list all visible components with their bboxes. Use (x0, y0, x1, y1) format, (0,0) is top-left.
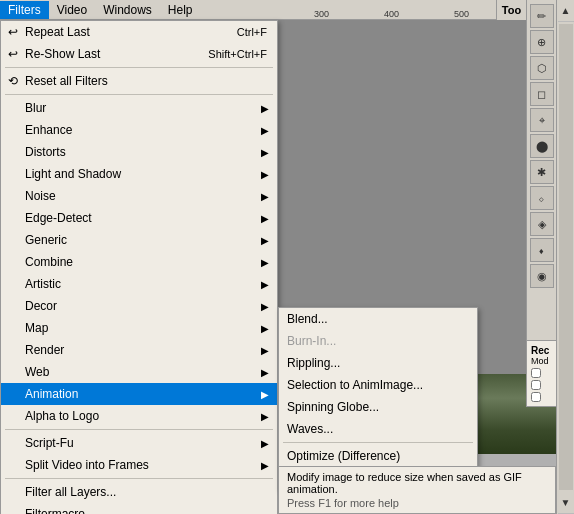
tool-panel-label: Too (496, 0, 526, 20)
distorts-arrow: ▶ (261, 147, 271, 158)
separator-2 (5, 94, 273, 95)
artistic-arrow: ▶ (261, 279, 271, 290)
info-bar: Modify image to reduce size when saved a… (278, 466, 556, 514)
menu-windows[interactable]: Windows (95, 1, 160, 19)
info-help: Press F1 for more help (287, 497, 547, 509)
menu-item-alpha-logo[interactable]: Alpha to Logo ▶ (1, 405, 277, 427)
animation-arrow: ▶ (261, 389, 271, 400)
separator-1 (5, 67, 273, 68)
checkbox-3[interactable] (531, 392, 541, 402)
menu-item-noise[interactable]: Noise ▶ (1, 185, 277, 207)
noise-arrow: ▶ (261, 191, 271, 202)
decor-arrow: ▶ (261, 301, 271, 312)
script-fu-arrow: ▶ (261, 438, 271, 449)
tool-btn-1[interactable]: ✏ (530, 4, 554, 28)
menu-item-web[interactable]: Web ▶ (1, 361, 277, 383)
blur-arrow: ▶ (261, 103, 271, 114)
menu-item-enhance[interactable]: Enhance ▶ (1, 119, 277, 141)
menu-item-filtermacro[interactable]: Filtermacro... (1, 503, 277, 514)
tool-btn-8[interactable]: ⬦ (530, 186, 554, 210)
menu-filters[interactable]: Filters (0, 1, 49, 19)
repeat-icon: ↩ (5, 24, 21, 40)
tool-btn-2[interactable]: ⊕ (530, 30, 554, 54)
menu-video[interactable]: Video (49, 1, 95, 19)
tool-btn-10[interactable]: ⬧ (530, 238, 554, 262)
checkbox-2[interactable] (531, 380, 541, 390)
filters-menu: ↩ Repeat Last Ctrl+F ↩ Re-Show Last Shif… (0, 20, 278, 514)
menu-item-generic[interactable]: Generic ▶ (1, 229, 277, 251)
tool-btn-11[interactable]: ◉ (530, 264, 554, 288)
menu-item-script-fu[interactable]: Script-Fu ▶ (1, 432, 277, 454)
edge-detect-arrow: ▶ (261, 213, 271, 224)
submenu-burn-in[interactable]: Burn-In... (279, 330, 477, 352)
tool-btn-4[interactable]: ◻ (530, 82, 554, 106)
menu-item-split-video[interactable]: Split Video into Frames ▶ (1, 454, 277, 476)
submenu-optimize-difference[interactable]: Optimize (Difference) (279, 445, 477, 467)
split-video-arrow: ▶ (261, 460, 271, 471)
info-description: Modify image to reduce size when saved a… (287, 471, 547, 495)
submenu-blend[interactable]: Blend... (279, 308, 477, 330)
submenu-separator (283, 442, 473, 443)
light-shadow-arrow: ▶ (261, 169, 271, 180)
menu-item-filter-layers[interactable]: Filter all Layers... (1, 481, 277, 503)
menu-item-artistic[interactable]: Artistic ▶ (1, 273, 277, 295)
enhance-arrow: ▶ (261, 125, 271, 136)
menu-item-render[interactable]: Render ▶ (1, 339, 277, 361)
render-arrow: ▶ (261, 345, 271, 356)
separator-3 (5, 429, 273, 430)
menu-item-blur[interactable]: Blur ▶ (1, 97, 277, 119)
submenu-waves[interactable]: Waves... (279, 418, 477, 440)
submenu-spinning-globe[interactable]: Spinning Globe... (279, 396, 477, 418)
menu-item-edge-detect[interactable]: Edge-Detect ▶ (1, 207, 277, 229)
tool-btn-7[interactable]: ✱ (530, 160, 554, 184)
ruler-mark-300: 300 (314, 9, 329, 19)
web-arrow: ▶ (261, 367, 271, 378)
ruler-mark-400: 400 (384, 9, 399, 19)
scroll-up[interactable]: ▲ (558, 0, 574, 22)
tool-btn-3[interactable]: ⬡ (530, 56, 554, 80)
reshow-icon: ↩ (5, 46, 21, 62)
menu-item-map[interactable]: Map ▶ (1, 317, 277, 339)
generic-arrow: ▶ (261, 235, 271, 246)
menu-help[interactable]: Help (160, 1, 201, 19)
menu-item-decor[interactable]: Decor ▶ (1, 295, 277, 317)
tool-btn-6[interactable]: ⬤ (530, 134, 554, 158)
menu-item-animation[interactable]: Animation ▶ (1, 383, 277, 405)
reset-icon: ⟲ (5, 73, 21, 89)
menu-item-light-shadow[interactable]: Light and Shadow ▶ (1, 163, 277, 185)
menu-item-combine[interactable]: Combine ▶ (1, 251, 277, 273)
menu-bar: Filters Video Windows Help (0, 0, 278, 20)
combine-arrow: ▶ (261, 257, 271, 268)
checkbox-1[interactable] (531, 368, 541, 378)
ruler-mark-500: 500 (454, 9, 469, 19)
animation-submenu: Blend... Burn-In... Rippling... Selectio… (278, 307, 478, 490)
tool-btn-5[interactable]: ⌖ (530, 108, 554, 132)
scrollbar-right: ▲ ▼ (556, 0, 574, 514)
menu-item-distorts[interactable]: Distorts ▶ (1, 141, 277, 163)
tool-btn-9[interactable]: ◈ (530, 212, 554, 236)
submenu-rippling[interactable]: Rippling... (279, 352, 477, 374)
tool-sidebar: ✏ ⊕ ⬡ ◻ ⌖ ⬤ ✱ ⬦ ◈ ⬧ ◉ (526, 0, 556, 340)
submenu-selection-animimage[interactable]: Selection to AnimImage... (279, 374, 477, 396)
map-arrow: ▶ (261, 323, 271, 334)
separator-4 (5, 478, 273, 479)
scroll-down[interactable]: ▼ (558, 492, 574, 514)
scroll-track[interactable] (559, 24, 573, 490)
menu-item-reshow-last[interactable]: ↩ Re-Show Last Shift+Ctrl+F (1, 43, 277, 65)
menu-item-repeat-last[interactable]: ↩ Repeat Last Ctrl+F (1, 21, 277, 43)
menu-item-reset-filters[interactable]: ⟲ Reset all Filters (1, 70, 277, 92)
alpha-logo-arrow: ▶ (261, 411, 271, 422)
